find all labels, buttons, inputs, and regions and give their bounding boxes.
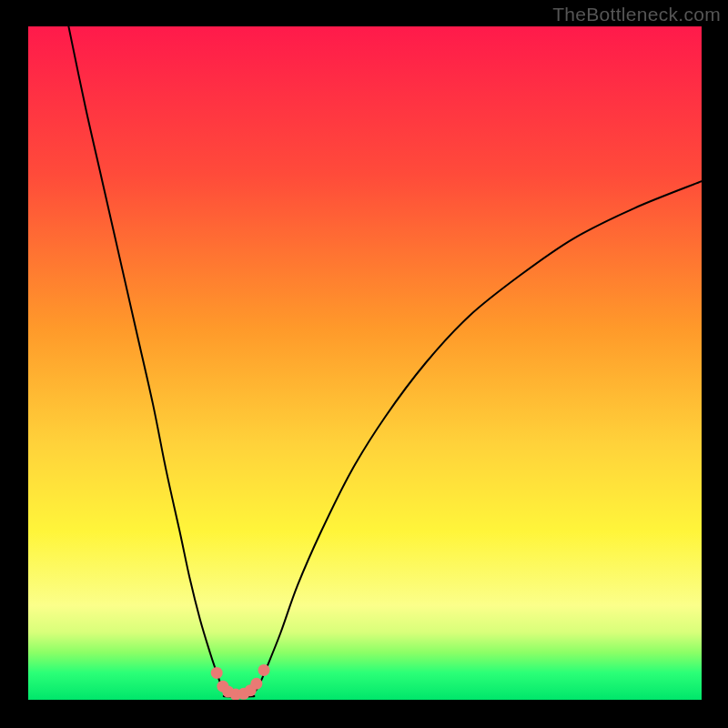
marker-dot [211,667,223,679]
plot-area [28,26,702,700]
watermark-text: TheBottleneck.com [552,4,721,25]
marker-dot [250,678,262,690]
chart-svg [28,26,702,700]
marker-dot [258,664,270,676]
gradient-background [28,26,702,700]
chart-frame: TheBottleneck.com [0,0,728,728]
